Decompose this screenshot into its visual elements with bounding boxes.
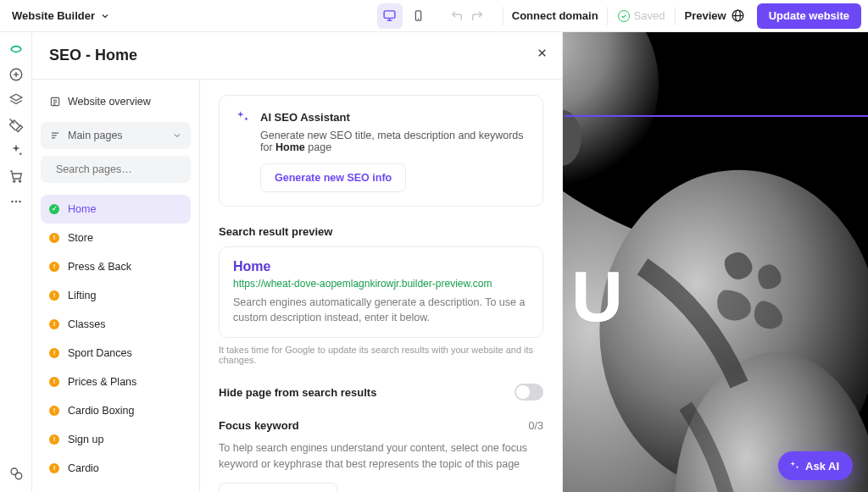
status-warning-icon [49, 233, 59, 243]
pages-search[interactable] [41, 156, 191, 183]
generate-seo-button[interactable]: Generate new SEO info [260, 163, 406, 192]
assistant-description: Generate new SEO title, meta description… [260, 130, 527, 153]
layers-icon [8, 92, 24, 108]
status-warning-icon [49, 463, 59, 473]
page-item-label: Cardio Boxing [68, 405, 135, 417]
svg-point-15 [14, 201, 17, 203]
svg-point-12 [13, 180, 14, 182]
pages-group-toggle[interactable]: Main pages [41, 122, 191, 149]
preview-note: It takes time for Google to update its s… [219, 345, 543, 365]
website-overview-link[interactable]: Website overview [41, 88, 191, 115]
page-item[interactable]: Sport Dances [41, 339, 191, 368]
status-warning-icon [49, 262, 59, 272]
sparkle-icon [788, 460, 800, 472]
status-warning-icon [49, 434, 59, 445]
page-item[interactable]: Press & Back [41, 252, 191, 281]
page-item[interactable]: Store [41, 224, 191, 252]
page-item[interactable]: Lifting [41, 281, 191, 310]
redo-icon [470, 9, 484, 23]
page-item[interactable]: Home [41, 195, 191, 224]
store-button[interactable] [4, 164, 28, 188]
logo-icon[interactable] [4, 37, 28, 61]
page-item[interactable]: Classes [41, 310, 191, 339]
connect-domain-link[interactable]: Connect domain [512, 9, 598, 22]
page-item[interactable]: Cardio Boxing [41, 396, 191, 425]
status-warning-icon [49, 377, 59, 387]
assistant-title: AI SEO Assistant [260, 111, 350, 124]
close-icon [536, 47, 548, 59]
focus-keyword-hint: To help search engines understand your c… [219, 440, 543, 473]
chevron-down-icon [172, 130, 182, 141]
close-panel-button[interactable] [533, 44, 550, 61]
page-item[interactable]: Prices & Plans [41, 368, 191, 396]
layers-button[interactable] [4, 88, 28, 112]
seo-content: AI SEO Assistant Generate new SEO title,… [200, 80, 562, 492]
preview-url: https://wheat-dove-aopemlagnkirowjr.buil… [233, 278, 529, 290]
svg-point-14 [11, 201, 14, 203]
ai-button[interactable] [4, 139, 28, 163]
ask-ai-label: Ask AI [805, 460, 839, 473]
overview-icon [49, 96, 61, 108]
svg-marker-11 [10, 94, 22, 101]
page-item[interactable]: Sign up [41, 425, 191, 454]
check-circle-icon [618, 10, 630, 22]
page-item-label: Sign up [68, 434, 103, 445]
hide-page-toggle[interactable] [515, 384, 543, 401]
page-item-label: Sport Dances [68, 347, 132, 359]
sparkle-icon [8, 143, 24, 158]
page-item-label: Cardio [68, 462, 99, 474]
selection-outline [565, 115, 868, 117]
status-ok-icon [49, 204, 59, 214]
hide-page-label: Hide page from search results [219, 386, 376, 399]
svg-point-18 [15, 473, 22, 479]
saved-text: Saved [634, 9, 665, 22]
group-label: Main pages [68, 130, 123, 141]
page-item-label: Home [68, 203, 96, 215]
globe-button[interactable] [726, 4, 750, 28]
desktop-view-button[interactable] [377, 3, 403, 29]
pen-icon [8, 118, 24, 133]
gear-icon [8, 466, 24, 481]
sparkle-icon [235, 109, 250, 124]
page-item-label: Prices & Plans [68, 376, 136, 388]
preview-link[interactable]: Preview [684, 9, 726, 22]
status-warning-icon [49, 319, 59, 329]
settings-button[interactable] [4, 462, 28, 485]
more-button[interactable] [4, 190, 28, 213]
chevron-down-icon [100, 11, 110, 21]
list-icon [49, 130, 61, 141]
desktop-icon [382, 8, 397, 23]
ask-ai-button[interactable]: Ask AI [778, 451, 853, 480]
site-name: Website Builder [12, 9, 95, 22]
status-warning-icon [49, 290, 59, 301]
site-switcher[interactable]: Website Builder [12, 9, 110, 22]
plus-circle-icon [8, 67, 24, 82]
add-keyword-button[interactable]: Add new keyword [219, 483, 337, 492]
more-icon [8, 194, 24, 209]
page-item[interactable]: Cardio [41, 454, 191, 483]
undo-button[interactable] [450, 9, 464, 23]
preview-description: Search engines automatically generate a … [233, 295, 529, 325]
svg-point-13 [19, 180, 20, 182]
update-website-button[interactable]: Update website [757, 3, 861, 29]
preview-canvas[interactable]: U Ask AI [563, 32, 868, 492]
mobile-view-button[interactable] [406, 3, 431, 29]
page-item-label: Lifting [68, 290, 96, 301]
design-button[interactable] [4, 113, 28, 137]
globe-icon [731, 8, 745, 23]
focus-keyword-heading: Focus keyword [219, 419, 299, 432]
search-preview-card: Home https://wheat-dove-aopemlagnkirowjr… [219, 246, 543, 338]
pages-search-input[interactable] [56, 163, 189, 175]
redo-button[interactable] [470, 9, 484, 23]
add-button[interactable] [4, 63, 28, 86]
page-item-label: Store [68, 232, 93, 244]
pages-sidebar: Website overview Main pages HomeStorePre… [32, 80, 200, 492]
preview-title: Home [233, 259, 529, 274]
page-item-label: Classes [68, 318, 105, 330]
ai-seo-assistant-card: AI SEO Assistant Generate new SEO title,… [219, 95, 543, 207]
hero-text: U [571, 261, 625, 332]
seo-panel: SEO - Home Website overview Main pages [32, 32, 563, 492]
overview-label: Website overview [68, 96, 151, 108]
search-preview-heading: Search result preview [219, 225, 543, 238]
device-toggle [377, 3, 431, 29]
